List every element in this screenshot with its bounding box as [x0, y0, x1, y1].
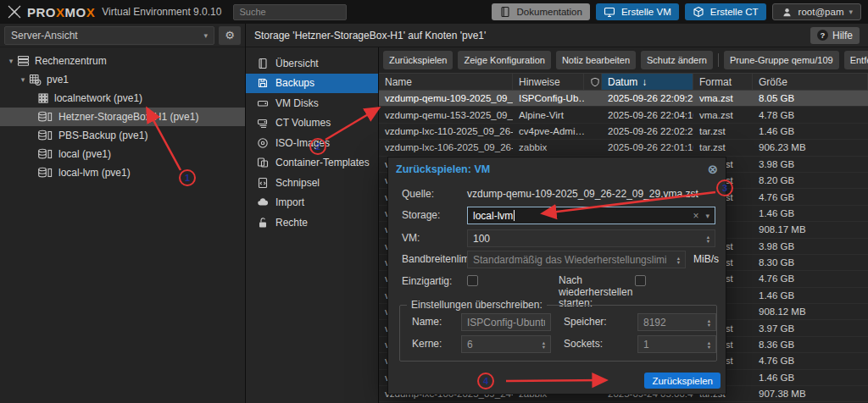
spinner-icon[interactable]: ▴▾: [542, 340, 545, 349]
cell-size: 4.76 GB: [753, 189, 868, 204]
version-label: Virtual Environment 9.0.10: [102, 6, 221, 18]
menu-item-backups[interactable]: Backups: [246, 74, 378, 94]
tree-item-local-pve1[interactable]: local (pve1): [0, 145, 245, 163]
menu-item-bersicht[interactable]: Übersicht: [246, 53, 378, 74]
sort-descending-icon: ↓: [642, 76, 647, 88]
storage-menu: ÜbersichtBackupsVM DisksCT VolumesISO-Im…: [246, 47, 379, 403]
create-vm-button[interactable]: Erstelle VM: [596, 3, 679, 20]
column-header-format[interactable]: Format: [693, 74, 753, 90]
vol-icon: [256, 117, 269, 129]
spinner-icon[interactable]: ▴▾: [677, 256, 680, 264]
toolbar-zur-ckspielen-button[interactable]: Zurückspielen: [383, 51, 453, 69]
proxmox-logo: PROXMOX: [0, 4, 95, 19]
cell-size: 906.23 MB: [753, 140, 868, 155]
search-input[interactable]: [233, 4, 347, 20]
tree-expand-icon[interactable]: ▾: [17, 75, 29, 84]
restore-submit-button[interactable]: Zurückspielen: [644, 373, 721, 389]
menu-item-import[interactable]: Import: [246, 193, 378, 213]
documentation-button[interactable]: Dokumentation: [492, 3, 590, 20]
kerne-input[interactable]: 6 ▴▾: [461, 335, 551, 353]
tree-expand-icon[interactable]: ▾: [5, 57, 17, 65]
toolbar-entfernen-button[interactable]: Entfernen: [844, 51, 868, 69]
vm-label: VM:: [402, 232, 420, 244]
column-header-protected[interactable]: [584, 74, 602, 90]
speicher-label: Speicher:: [564, 316, 607, 328]
sockets-label: Sockets:: [564, 338, 603, 350]
cell-format: vma.zst: [693, 91, 753, 106]
help-icon: ?: [817, 30, 828, 41]
clear-icon[interactable]: ×: [693, 210, 698, 222]
speicher-input[interactable]: 8192 ▴▾: [637, 313, 716, 331]
table-row[interactable]: vzdump-lxc-106-2025_09_26-22…zabbix2025-…: [379, 140, 868, 156]
tree-item-localnetwork-pve1[interactable]: localnetwork (pve1): [0, 89, 245, 108]
tree-item-pbs-backup-pve1[interactable]: PBS-Backup (pve1): [0, 126, 245, 145]
tree-item-rechenzentrum[interactable]: ▾Rechenzentrum: [0, 52, 245, 70]
table-row[interactable]: vzdump-qemu-153-2025_09_26-…Alpine-Virt2…: [379, 107, 868, 123]
menu-item-rechte[interactable]: Rechte: [246, 213, 378, 233]
column-header-datum[interactable]: Datum↓: [602, 74, 693, 90]
cell-size: 1.46 GB: [753, 124, 868, 139]
vm-id-input[interactable]: 100 ▴▾: [467, 229, 715, 247]
cell-hint: zabbix: [513, 140, 584, 155]
toolbar-prune-gruppe-qemu-109-button[interactable]: Prune-Gruppe qemu/109: [724, 51, 839, 69]
shield-icon: [590, 77, 600, 87]
spinner-icon[interactable]: ▴▾: [708, 318, 710, 327]
sidebar: Server-Ansicht ▾ ⚙ ▾Rechenzentrum▾pve1lo…: [0, 24, 246, 403]
toolbar-notiz-bearbeiten-button[interactable]: Notiz bearbeiten: [556, 51, 636, 69]
table-row[interactable]: vzdump-lxc-110-2025_09_26-22_…cv4pve-Adm…: [379, 124, 868, 140]
cell-size: 908.17 MB: [753, 222, 868, 237]
toolbar-schutz-ndern-button[interactable]: Schutz ändern: [641, 51, 713, 69]
column-header-name[interactable]: Name: [379, 74, 513, 90]
menu-item-vm-disks[interactable]: VM Disks: [246, 93, 378, 113]
close-icon[interactable]: ⊗: [707, 163, 718, 175]
sockets-input[interactable]: 1 ▴▾: [637, 335, 716, 353]
quelle-label: Quelle:: [402, 188, 434, 200]
column-header-label: Format: [699, 76, 732, 88]
book-icon: [499, 6, 512, 18]
column-header-gr-e[interactable]: Größe: [753, 74, 868, 90]
proxmox-mark-icon: [6, 4, 23, 19]
bandwidth-input[interactable]: Standardmäßig das Wiederherstellungslimi…: [467, 251, 686, 268]
cell-name: vzdump-lxc-106-2025_09_26-22…: [379, 140, 513, 155]
start-after-restore-checkbox[interactable]: [635, 275, 646, 286]
tree-item-local-lvm-pve1[interactable]: local-lvm (pve1): [0, 163, 245, 182]
tree-item-pve1[interactable]: ▾pve1: [0, 70, 245, 89]
name-input[interactable]: ISPConfig-Ubuntu: [461, 313, 551, 331]
view-selector[interactable]: Server-Ansicht ▾: [4, 26, 214, 45]
menu-item-container-templates[interactable]: Container-Templates: [246, 153, 378, 174]
menu-item-iso-images[interactable]: ISO-Images: [246, 133, 378, 153]
create-ct-button[interactable]: Erstelle CT: [685, 3, 766, 20]
user-icon: [781, 7, 793, 18]
storage-input[interactable]: local-lvm × ▾: [467, 207, 715, 224]
cloud-icon: [256, 196, 269, 208]
spinner-icon[interactable]: ▴▾: [708, 340, 710, 349]
column-header-hinweise[interactable]: Hinweise: [513, 74, 584, 90]
menu-item-schnipsel[interactable]: Schnipsel: [246, 173, 378, 193]
tree-item-label: local-lvm (pve1): [58, 167, 131, 179]
cell-date: 2025-09-26 22:02:25: [602, 124, 693, 139]
cell-size: 3.97 GB: [753, 320, 868, 335]
grid-icon: [37, 92, 49, 104]
tree-item-label: pve1: [47, 74, 69, 86]
disc-icon: [256, 137, 269, 149]
cell-protected: [584, 124, 602, 139]
spinner-icon[interactable]: ▴▾: [707, 235, 709, 243]
user-menu-button[interactable]: root@pam ▾: [772, 3, 861, 20]
menu-item-label: Schnipsel: [275, 177, 320, 189]
cell-size: 8.30 GB: [753, 255, 868, 270]
table-row[interactable]: vzdump-qemu-109-2025_09_26-…ISPConfig-Ub…: [379, 91, 868, 107]
unique-checkbox[interactable]: [467, 275, 478, 286]
gear-button[interactable]: ⚙: [219, 26, 241, 45]
cell-protected: [584, 140, 602, 155]
cell-hint: Alpine-Virt: [513, 107, 584, 122]
cell-format: tar.zst: [693, 124, 753, 139]
text-cursor: [514, 210, 515, 221]
menu-item-ct-volumes[interactable]: CT Volumes: [246, 113, 378, 134]
chevron-down-icon[interactable]: ▾: [705, 212, 709, 220]
storage-icon: [37, 167, 53, 179]
cell-size: 4.76 GB: [753, 353, 868, 368]
toolbar-separator: [718, 53, 719, 67]
tree-item-hetzner-storagebox-h1-pve1[interactable]: Hetzner-StorageBox-H1 (pve1): [0, 108, 245, 126]
toolbar-zeige-konfiguration-button[interactable]: Zeige Konfiguration: [458, 51, 550, 69]
help-button[interactable]: ? Hilfe: [810, 27, 860, 44]
